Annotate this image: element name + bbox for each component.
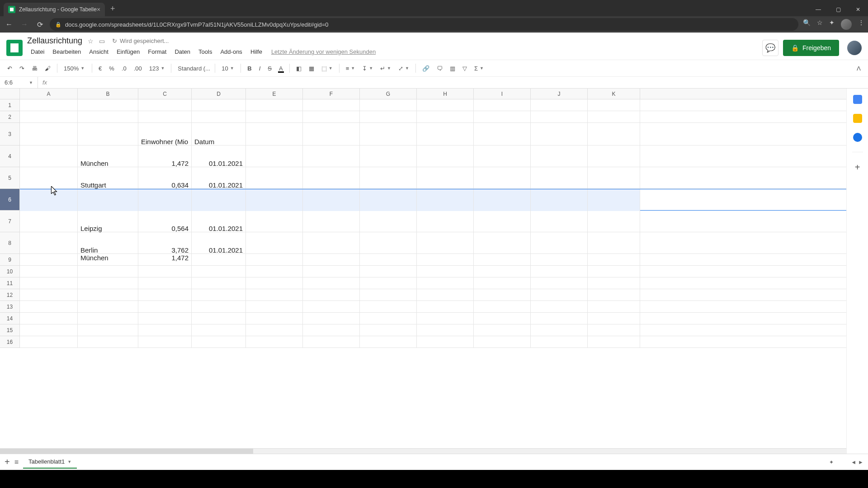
cell-I6[interactable] [474,189,531,211]
text-color-button[interactable]: A [276,63,286,74]
reload-button[interactable]: ⟳ [34,20,45,29]
cell-B4[interactable]: München [78,145,138,167]
cell-A16[interactable] [20,336,78,348]
cell-H16[interactable] [417,336,474,348]
menu-daten[interactable]: Daten [171,47,194,57]
cell-C9[interactable]: 1,472 [138,254,192,266]
cell-A13[interactable] [20,301,78,313]
column-header-G[interactable]: G [360,89,417,99]
cell-K15[interactable] [588,324,640,336]
font-family-select[interactable]: Standard (...▼ [175,64,211,73]
cell-B7[interactable]: Leipzig [78,211,138,232]
cell-I16[interactable] [474,336,531,348]
cell-G4[interactable] [360,145,417,167]
cell-K16[interactable] [588,336,640,348]
cell-D10[interactable] [192,266,246,277]
cell-K13[interactable] [588,301,640,313]
column-header-D[interactable]: D [192,89,246,99]
cell-H15[interactable] [417,324,474,336]
row-header-4[interactable]: 4 [0,145,20,167]
cell-C7[interactable]: 0,564 [138,211,192,232]
cell-J9[interactable] [531,254,588,266]
cell-J10[interactable] [531,266,588,277]
cell-F7[interactable] [303,211,360,232]
cell-E15[interactable] [246,324,303,336]
extensions-icon[interactable]: ✦ [829,19,835,30]
cell-D8[interactable]: 01.01.2021 [192,232,246,254]
cell-E14[interactable] [246,313,303,324]
cell-G2[interactable] [360,111,417,123]
cell-K10[interactable] [588,266,640,277]
insert-link-button[interactable]: 🔗 [420,63,432,74]
browser-menu-icon[interactable]: ⋮ [858,19,864,30]
italic-button[interactable]: I [256,63,264,74]
doc-title[interactable]: Zellausrichtung [27,36,82,46]
font-size-select[interactable]: 10▼ [219,64,237,73]
maximize-button[interactable]: ▢ [828,3,848,16]
cell-J11[interactable] [531,277,588,289]
all-sheets-button[interactable]: ≡ [14,458,19,466]
cell-B2[interactable] [78,111,138,123]
cell-E9[interactable] [246,254,303,266]
redo-button[interactable]: ↷ [17,63,27,74]
cell-F9[interactable] [303,254,360,266]
menu-add-ons[interactable]: Add-ons [217,47,245,57]
cell-I4[interactable] [474,145,531,167]
cell-K9[interactable] [588,254,640,266]
cell-C13[interactable] [138,301,192,313]
increase-decimal-button[interactable]: .00 [131,63,145,74]
cell-D7[interactable]: 01.01.2021 [192,211,246,232]
fill-color-button[interactable]: ◧ [293,63,304,74]
sheet-tab[interactable]: Tabellenblatt1 ▼ [23,455,77,469]
cell-A14[interactable] [20,313,78,324]
cell-D2[interactable] [192,111,246,123]
row-header-14[interactable]: 14 [0,313,20,324]
cell-F4[interactable] [303,145,360,167]
cell-B13[interactable] [78,301,138,313]
cell-F3[interactable] [303,123,360,145]
cell-J4[interactable] [531,145,588,167]
menu-einfügen[interactable]: Einfügen [113,47,143,57]
cell-H3[interactable] [417,123,474,145]
grid-cells[interactable]: Einwohner (MioDatumMünchen1,47201.01.202… [20,99,846,448]
name-box[interactable]: 6:6▼ [0,77,38,88]
row-header-11[interactable]: 11 [0,277,20,289]
cell-D15[interactable] [192,324,246,336]
cell-D12[interactable] [192,289,246,301]
paint-format-button[interactable]: 🖌 [42,63,53,74]
cell-H9[interactable] [417,254,474,266]
cell-E4[interactable] [246,145,303,167]
cell-D6[interactable] [192,189,246,211]
column-header-I[interactable]: I [474,89,531,99]
cell-A9[interactable] [20,254,78,266]
row-header-7[interactable]: 7 [0,211,20,232]
cell-I12[interactable] [474,289,531,301]
cell-H2[interactable] [417,111,474,123]
row-header-6[interactable]: 6 [0,189,20,211]
cell-B11[interactable] [78,277,138,289]
browser-profile-avatar[interactable] [841,19,852,30]
cell-E12[interactable] [246,289,303,301]
cell-C11[interactable] [138,277,192,289]
cell-H7[interactable] [417,211,474,232]
cell-H14[interactable] [417,313,474,324]
cell-J7[interactable] [531,211,588,232]
cell-E8[interactable] [246,232,303,254]
cell-I15[interactable] [474,324,531,336]
cell-J13[interactable] [531,301,588,313]
merge-cells-button[interactable]: ⬚▼ [319,64,335,73]
cell-C15[interactable] [138,324,192,336]
browser-tab[interactable]: Zellausrichtung - Google Tabelle × [4,3,105,16]
column-header-J[interactable]: J [531,89,588,99]
keep-addon-icon[interactable] [853,114,862,123]
cell-I11[interactable] [474,277,531,289]
cell-B15[interactable] [78,324,138,336]
cell-I8[interactable] [474,232,531,254]
cell-D5[interactable]: 01.01.2021 [192,167,246,189]
cell-C5[interactable]: 0,634 [138,167,192,189]
cell-H12[interactable] [417,289,474,301]
cell-G14[interactable] [360,313,417,324]
cell-H1[interactable] [417,99,474,111]
cell-C4[interactable]: 1,472 [138,145,192,167]
cell-F14[interactable] [303,313,360,324]
